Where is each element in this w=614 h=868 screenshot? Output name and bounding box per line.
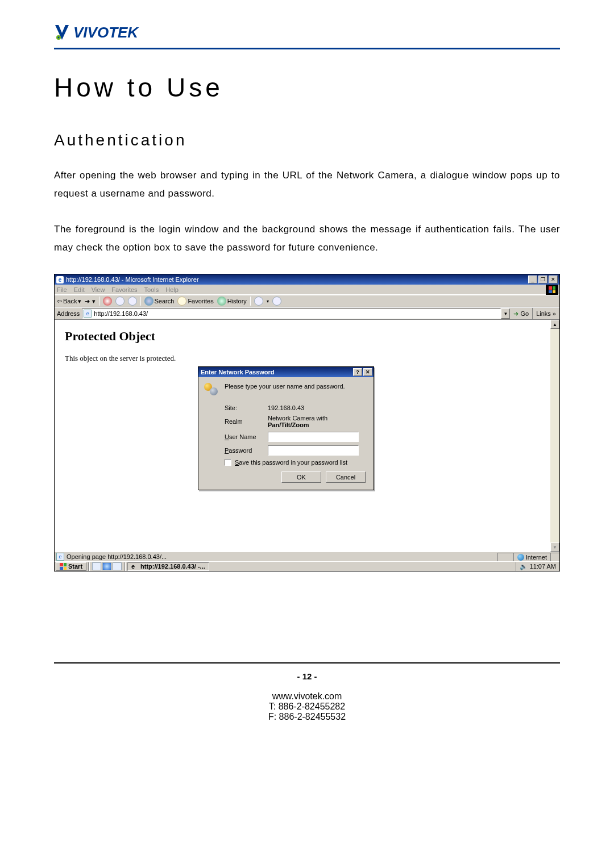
links-button[interactable]: Links » [532, 308, 559, 319]
status-text: Opening page http://192.168.0.43/... [67, 553, 167, 560]
zone-indicator: Internet [513, 553, 550, 561]
status-page-icon: e [56, 553, 64, 561]
address-input[interactable]: e http://192.168.0.43/ [82, 308, 501, 319]
ie-titlebar: e http://192.168.0.43/ - Microsoft Inter… [55, 274, 559, 285]
maximize-button[interactable]: ❐ [538, 276, 547, 283]
section-title: Authentication [54, 131, 560, 149]
search-icon [144, 297, 154, 306]
dialog-title: Enter Network Password [201, 369, 275, 375]
site-label: Site: [225, 404, 264, 411]
username-label: User Name [225, 433, 264, 440]
username-input[interactable] [268, 432, 359, 442]
dialog-help-button[interactable]: ? [353, 368, 362, 376]
ok-button[interactable]: OK [281, 471, 321, 483]
search-button[interactable]: Search [144, 297, 175, 306]
quicklaunch-icon[interactable] [92, 562, 101, 570]
volume-icon[interactable]: 🔈 [520, 563, 526, 570]
windows-flag-icon [60, 563, 67, 570]
refresh-icon[interactable] [115, 297, 125, 306]
history-button[interactable]: History [217, 297, 247, 306]
save-password-checkbox[interactable] [225, 459, 231, 466]
mail-icon[interactable] [254, 297, 263, 306]
taskbar-app-button[interactable]: e http://192.168.0.43/ -... [127, 562, 209, 571]
ie-menubar: File Edit View Favorites Tools Help [55, 285, 559, 295]
back-button[interactable]: ⇦ Back ▾ [57, 298, 81, 305]
quicklaunch-ie-icon[interactable] [102, 562, 111, 570]
menu-file[interactable]: File [57, 286, 67, 293]
close-button[interactable]: ✕ [549, 276, 558, 283]
page-title: How to Use [54, 72, 560, 103]
header-rule [54, 48, 560, 49]
start-button[interactable]: Start [56, 562, 86, 571]
globe-icon [517, 554, 524, 561]
ie-screenshot: e http://192.168.0.43/ - Microsoft Inter… [54, 274, 560, 571]
footer-rule [54, 662, 560, 663]
address-dropdown[interactable]: ▼ [501, 308, 510, 319]
protected-object-heading: Protected Object [65, 329, 549, 344]
dialog-close-button[interactable]: ✕ [363, 368, 372, 376]
system-tray: 🔈 11:07 AM [516, 562, 559, 571]
taskbar: Start e http://192.168.0.43/ -... 🔈 11:0… [55, 561, 559, 571]
footer-tel: T: 886-2-82455282 [54, 702, 560, 712]
cancel-button[interactable]: Cancel [326, 471, 366, 483]
keys-icon [204, 383, 219, 400]
minimize-button[interactable]: _ [528, 276, 537, 283]
address-label: Address [55, 310, 82, 317]
scroll-down-button[interactable]: ▼ [550, 542, 559, 552]
brand-logo: VIVOTEK [54, 23, 560, 42]
page-number: - 12 - [54, 671, 560, 681]
ie-icon: e [131, 563, 138, 570]
realm-value: Network Camera with Pan/Tilt/Zoom [268, 415, 368, 428]
auth-dialog: Enter Network Password ? ✕ Please type y… [198, 366, 374, 490]
favorites-button[interactable]: Favorites [177, 297, 213, 306]
brand-mark-icon [54, 23, 70, 42]
ie-viewport: ▲ ▼ Protected Object This object on the … [55, 320, 559, 552]
forward-button[interactable]: ➔ ▾ [85, 298, 95, 305]
password-input[interactable] [268, 445, 359, 456]
footer-url: www.vivotek.com [54, 691, 560, 702]
protected-object-text: This object on the server is protected. [65, 354, 549, 363]
ie-toolbar: ⇦ Back ▾ ➔ ▾ Search Favorites History ▾ [55, 295, 559, 307]
history-icon [217, 297, 226, 306]
tray-clock: 11:07 AM [530, 563, 556, 570]
address-value: http://192.168.0.43/ [94, 310, 148, 317]
brand-name: VIVOTEK [73, 24, 138, 41]
ie-statusbar: e Opening page http://192.168.0.43/... I… [55, 552, 559, 561]
quicklaunch-desktop-icon[interactable] [113, 562, 122, 570]
ie-throbber-icon [546, 285, 558, 295]
save-password-label: Save this password in your password list [235, 459, 347, 466]
realm-label: Realm [225, 418, 264, 425]
menu-help[interactable]: Help [165, 286, 179, 293]
intro-para-2: The foreground is the login window and t… [54, 220, 560, 257]
page-icon: e [84, 310, 92, 318]
ie-icon: e [56, 276, 64, 283]
dialog-titlebar: Enter Network Password ? ✕ [198, 367, 374, 377]
ie-window-title: http://192.168.0.43/ - Microsoft Interne… [66, 276, 199, 283]
home-icon[interactable] [128, 297, 137, 306]
menu-edit[interactable]: Edit [74, 286, 85, 293]
go-button[interactable]: ➜Go [510, 310, 532, 318]
scroll-track[interactable] [550, 329, 559, 542]
menu-view[interactable]: View [92, 286, 105, 293]
favorites-icon [177, 297, 186, 306]
svg-point-1 [58, 37, 60, 39]
ie-addressbar: Address e http://192.168.0.43/ ▼ ➜Go Lin… [55, 307, 559, 320]
dialog-prompt: Please type your user name and password. [225, 383, 345, 390]
intro-para-1: After opening the web browser and typing… [54, 166, 560, 203]
menu-tools[interactable]: Tools [144, 286, 159, 293]
scroll-up-button[interactable]: ▲ [550, 320, 559, 329]
stop-icon[interactable] [103, 297, 112, 306]
page-footer: - 12 - www.vivotek.com T: 886-2-82455282… [54, 671, 560, 722]
site-value: 192.168.0.43 [268, 404, 368, 411]
menu-favorites[interactable]: Favorites [111, 286, 137, 293]
password-label: Password [225, 447, 264, 454]
footer-fax: F: 886-2-82455532 [54, 712, 560, 722]
print-icon[interactable] [272, 297, 281, 306]
